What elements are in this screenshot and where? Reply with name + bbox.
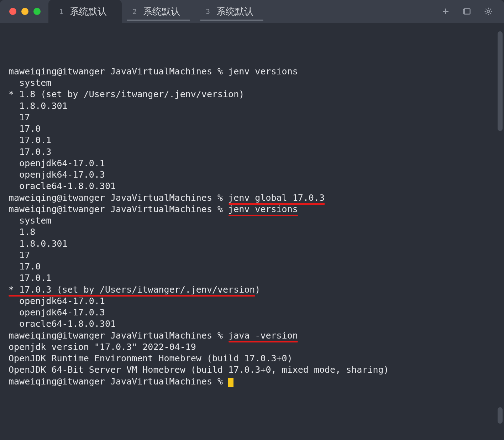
- terminal-line: openjdk64-17.0.3: [9, 307, 495, 318]
- fullscreen-window-button[interactable]: [33, 8, 41, 15]
- tab-underline: [127, 20, 190, 21]
- tab-strip: 1 系统默认 2 系统默认 3 系统默认: [48, 0, 434, 23]
- terminal-line: 17.0.1: [9, 272, 495, 284]
- tab-number: 3: [206, 7, 210, 16]
- terminal-line: oracle64-1.8.0.301: [9, 318, 495, 330]
- terminal-line: * 17.0.3 (set by /Users/itwanger/.jenv/v…: [9, 284, 495, 295]
- terminal-line: 17: [9, 250, 495, 261]
- scrollbar-thumb[interactable]: [498, 31, 503, 131]
- tab-number: 2: [132, 7, 137, 16]
- terminal-line: 17.0: [9, 123, 495, 135]
- titlebar: 1 系统默认 2 系统默认 3 系统默认: [0, 0, 504, 23]
- tab-number: 1: [59, 7, 63, 16]
- terminal-line: 17: [9, 112, 495, 123]
- terminal-line: * 1.8 (set by /Users/itwanger/.jenv/vers…: [9, 89, 495, 100]
- terminal-line: 17.0: [9, 261, 495, 272]
- terminal-line: 17.0.1: [9, 135, 495, 146]
- terminal-line: oracle64-1.8.0.301: [9, 180, 495, 192]
- tab-1[interactable]: 1 系统默认: [48, 0, 122, 23]
- tab-label: 系统默认: [70, 5, 107, 18]
- cursor: [228, 378, 233, 387]
- scrollbar-thumb[interactable]: [498, 407, 503, 424]
- close-window-button[interactable]: [9, 8, 16, 15]
- terminal-line: 1.8: [9, 226, 495, 238]
- terminal-line: maweiqing@itwanger JavaVirtualMachines %: [9, 376, 495, 387]
- terminal-line: 17.0.3: [9, 146, 495, 158]
- tab-underline: [200, 20, 263, 21]
- terminal-line: openjdk version "17.0.3" 2022-04-19: [9, 341, 495, 353]
- window-controls: [0, 0, 48, 23]
- terminal-viewport[interactable]: maweiqing@itwanger JavaVirtualMachines %…: [0, 23, 504, 440]
- tab-label: 系统默认: [143, 5, 180, 18]
- tab-label: 系统默认: [216, 5, 253, 18]
- terminal-line: 1.8.0.301: [9, 100, 495, 112]
- terminal-line: openjdk64-17.0.1: [9, 158, 495, 169]
- svg-point-4: [487, 10, 490, 13]
- minimize-window-button[interactable]: [21, 8, 28, 15]
- titlebar-actions: [434, 0, 504, 23]
- terminal-line: OpenJDK Runtime Environment Homebrew (bu…: [9, 353, 495, 364]
- terminal-line: maweiqing@itwanger JavaVirtualMachines %…: [9, 204, 495, 215]
- terminal-line: system: [9, 215, 495, 226]
- gear-icon[interactable]: [483, 6, 493, 16]
- plus-icon[interactable]: [441, 6, 451, 16]
- tab-3[interactable]: 3 系统默认: [195, 0, 268, 23]
- terminal-line: maweiqing@itwanger JavaVirtualMachines %…: [9, 192, 495, 204]
- terminal-line: openjdk64-17.0.3: [9, 169, 495, 180]
- terminal-line: 1.8.0.301: [9, 238, 495, 250]
- terminal-line: system: [9, 77, 495, 89]
- terminal-line: OpenJDK 64-Bit Server VM Homebrew (build…: [9, 364, 495, 376]
- panels-icon[interactable]: [462, 6, 472, 16]
- terminal-line: maweiqing@itwanger JavaVirtualMachines %…: [9, 66, 495, 77]
- terminal-line: maweiqing@itwanger JavaVirtualMachines %…: [9, 330, 495, 341]
- tab-2[interactable]: 2 系统默认: [122, 0, 195, 23]
- terminal-line: openjdk64-17.0.1: [9, 295, 495, 307]
